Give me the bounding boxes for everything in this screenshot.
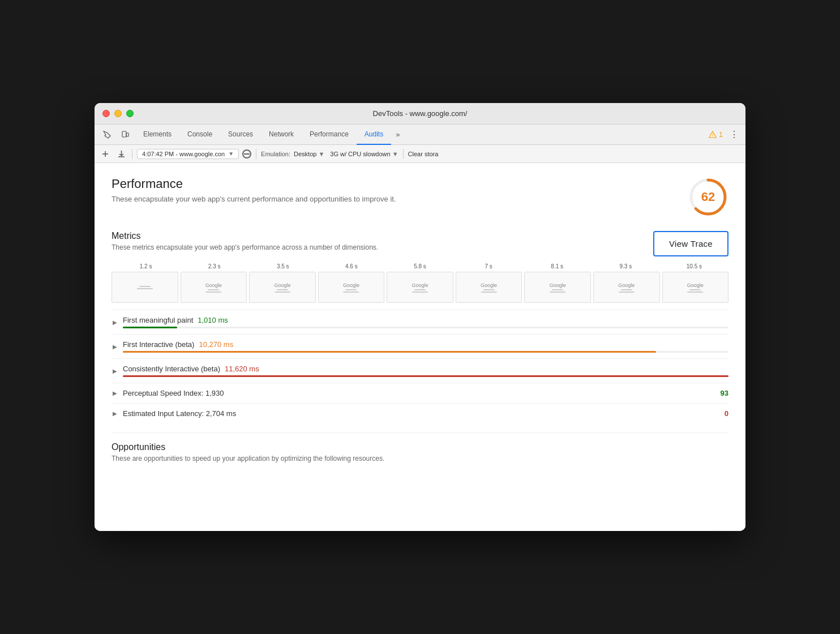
metric-row-fmp: ▶ First meaningful paint 1,010 ms bbox=[112, 310, 728, 334]
opportunities-title: Opportunities bbox=[112, 442, 728, 452]
svg-rect-0 bbox=[122, 131, 126, 137]
thumbnail-7: Google bbox=[593, 272, 660, 303]
divider bbox=[132, 149, 132, 159]
timeline-label-8: 10.5 s bbox=[660, 263, 728, 269]
performance-header: Performance These encapsulate your web a… bbox=[112, 177, 728, 217]
metric-value-fi: 10,270 ms bbox=[199, 340, 233, 349]
tab-elements[interactable]: Elements bbox=[135, 125, 179, 145]
metric-expand-eil[interactable]: ▶ bbox=[112, 410, 118, 417]
tab-sources[interactable]: Sources bbox=[220, 125, 261, 145]
metric-label-psi: Perceptual Speed Index: 1,930 bbox=[123, 389, 224, 397]
timeline-bar: 1.2 s 2.3 s 3.5 s 4.6 s 5.8 s 7 s 8.1 s … bbox=[112, 263, 728, 303]
thumbnail-5: Google bbox=[456, 272, 522, 303]
metrics-header: Metrics These metrics encapsulate your w… bbox=[112, 231, 728, 256]
timeline-label-2: 3.5 s bbox=[248, 263, 317, 269]
timeline-labels: 1.2 s 2.3 s 3.5 s 4.6 s 5.8 s 7 s 8.1 s … bbox=[112, 263, 728, 269]
more-tabs-button[interactable]: » bbox=[391, 130, 404, 139]
thumbnail-0 bbox=[112, 272, 178, 303]
metric-label-ci: Consistently Interactive (beta) bbox=[123, 365, 220, 373]
throttle-selector[interactable]: 3G w/ CPU slowdown ▼ bbox=[330, 151, 398, 157]
metric-row-fi: ▶ First Interactive (beta) 10,270 ms bbox=[112, 334, 728, 358]
metric-expand-ci[interactable]: ▶ bbox=[112, 367, 118, 374]
inspector-icon[interactable] bbox=[99, 127, 115, 143]
tab-performance[interactable]: Performance bbox=[302, 125, 357, 145]
add-button[interactable] bbox=[99, 148, 112, 160]
tab-audits[interactable]: Audits bbox=[357, 125, 391, 145]
close-button[interactable] bbox=[102, 110, 110, 117]
performance-subtitle: These encapsulate your web app's current… bbox=[112, 195, 396, 203]
thumbnail-4: Google bbox=[387, 272, 453, 303]
minimize-button[interactable] bbox=[114, 110, 122, 117]
no-entry-icon[interactable] bbox=[242, 149, 251, 158]
emulation-chevron: ▼ bbox=[318, 151, 324, 157]
metric-bar-ci bbox=[123, 375, 728, 377]
thumbnails-row: Google Google Google Google Google bbox=[112, 272, 728, 303]
window-title: DevTools - www.google.com/ bbox=[373, 109, 468, 118]
metric-row-ci: ▶ Consistently Interactive (beta) 11,620… bbox=[112, 358, 728, 383]
warning-badge[interactable]: ! 1 bbox=[704, 131, 727, 139]
metric-value-ci: 11,620 ms bbox=[225, 365, 259, 373]
view-trace-button[interactable]: View Trace bbox=[655, 233, 726, 254]
devtools-menu-button[interactable]: ⋮ bbox=[727, 128, 741, 142]
clear-storage-button[interactable]: Clear stora bbox=[408, 151, 439, 157]
titlebar: DevTools - www.google.com/ bbox=[95, 103, 745, 125]
fullscreen-button[interactable] bbox=[126, 110, 134, 117]
performance-title: Performance bbox=[112, 177, 396, 191]
timeline-label-7: 9.3 s bbox=[592, 263, 660, 269]
metrics-subtitle: These metrics encapsulate your web app's… bbox=[112, 243, 378, 251]
tabs-bar: Elements Console Sources Network Perform… bbox=[95, 125, 745, 145]
metric-row-eil: ▶ Estimated Input Latency: 2,704 ms 0 bbox=[112, 403, 728, 423]
metric-expand-fmp[interactable]: ▶ bbox=[112, 319, 118, 325]
thumbnail-3: Google bbox=[318, 272, 385, 303]
score-circle: 62 bbox=[688, 177, 728, 217]
metric-expand-psi[interactable]: ▶ bbox=[112, 390, 118, 397]
thumbnail-8: Google bbox=[662, 272, 729, 303]
devtools-window: DevTools - www.google.com/ Elements Cons… bbox=[95, 103, 745, 531]
svg-text:!: ! bbox=[712, 133, 713, 137]
metric-label-eil: Estimated Input Latency: 2,704 ms bbox=[123, 409, 236, 418]
metric-label-fmp: First meaningful paint bbox=[123, 316, 193, 324]
view-trace-button-wrapper: View Trace bbox=[653, 231, 728, 256]
performance-score: 62 bbox=[701, 190, 715, 204]
metrics-title-area: Metrics These metrics encapsulate your w… bbox=[112, 231, 378, 251]
performance-title-area: Performance These encapsulate your web a… bbox=[112, 177, 396, 203]
timeline-label-6: 8.1 s bbox=[523, 263, 592, 269]
thumbnail-1: Google bbox=[181, 272, 247, 303]
metric-bar-fi bbox=[123, 351, 656, 353]
tab-network[interactable]: Network bbox=[261, 125, 302, 145]
download-button[interactable] bbox=[115, 148, 127, 160]
url-selector[interactable]: 4:07:42 PM - www.google.con ▼ bbox=[137, 149, 239, 159]
action-bar: 4:07:42 PM - www.google.con ▼ Emulation:… bbox=[95, 145, 745, 163]
timeline-label-5: 7 s bbox=[455, 263, 523, 269]
metric-value-fmp: 1,010 ms bbox=[198, 316, 228, 324]
metric-expand-fi[interactable]: ▶ bbox=[112, 343, 118, 350]
url-chevron: ▼ bbox=[228, 151, 234, 157]
metric-row-psi: ▶ Perceptual Speed Index: 1,930 93 bbox=[112, 383, 728, 403]
throttle-chevron: ▼ bbox=[392, 151, 398, 157]
main-content: Performance These encapsulate your web a… bbox=[95, 163, 745, 531]
opportunities-section: Opportunities These are opportunities to… bbox=[112, 432, 728, 462]
metric-bar-fmp bbox=[123, 327, 177, 328]
tab-console[interactable]: Console bbox=[179, 125, 220, 145]
metrics-title: Metrics bbox=[112, 231, 378, 241]
thumbnail-6: Google bbox=[524, 272, 591, 303]
timeline-label-4: 5.8 s bbox=[385, 263, 454, 269]
metrics-section: Metrics These metrics encapsulate your w… bbox=[112, 231, 728, 423]
thumbnail-2: Google bbox=[249, 272, 316, 303]
divider2 bbox=[256, 149, 256, 159]
svg-rect-1 bbox=[126, 133, 128, 136]
timeline-label-3: 4.6 s bbox=[317, 263, 385, 269]
opportunities-subtitle: These are opportunities to speed up your… bbox=[112, 455, 728, 462]
traffic-lights bbox=[102, 110, 134, 117]
timeline-label-1: 2.3 s bbox=[180, 263, 248, 269]
device-icon[interactable] bbox=[117, 127, 133, 143]
emulation-selector[interactable]: Desktop ▼ bbox=[294, 151, 324, 157]
metric-score-psi: 93 bbox=[721, 389, 728, 397]
timeline-label-0: 1.2 s bbox=[112, 263, 180, 269]
divider3 bbox=[403, 149, 404, 159]
warning-icon: ! bbox=[709, 131, 717, 139]
metric-label-fi: First Interactive (beta) bbox=[123, 340, 194, 349]
metric-score-eil: 0 bbox=[725, 409, 728, 418]
